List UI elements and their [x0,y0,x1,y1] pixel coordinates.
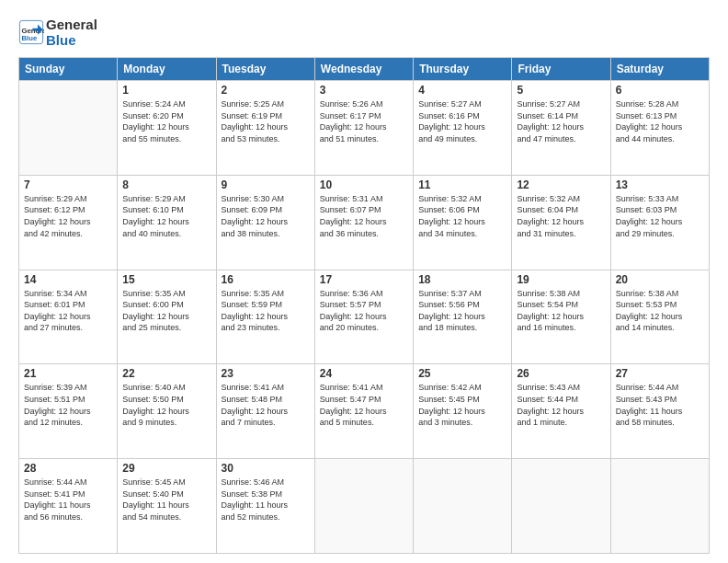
col-friday: Friday [512,58,610,81]
day-number: 22 [122,367,210,380]
calendar-cell [512,459,610,554]
day-number: 3 [320,84,408,97]
day-info: Sunrise: 5:44 AM Sunset: 5:43 PM Dayligh… [616,382,704,428]
day-number: 8 [122,178,210,191]
day-info: Sunrise: 5:30 AM Sunset: 6:09 PM Dayligh… [222,193,310,239]
logo-icon: General Blue [18,19,44,45]
calendar-cell: 26Sunrise: 5:43 AM Sunset: 5:44 PM Dayli… [512,364,610,459]
day-info: Sunrise: 5:26 AM Sunset: 6:17 PM Dayligh… [320,98,408,144]
calendar-cell: 17Sunrise: 5:36 AM Sunset: 5:57 PM Dayli… [314,270,413,364]
page: General Blue General Blue Sunday Monday … [0,0,728,563]
col-thursday: Thursday [414,58,512,81]
day-info: Sunrise: 5:41 AM Sunset: 5:47 PM Dayligh… [320,382,408,428]
calendar-cell: 22Sunrise: 5:40 AM Sunset: 5:50 PM Dayli… [118,364,216,459]
day-info: Sunrise: 5:35 AM Sunset: 6:00 PM Dayligh… [122,288,210,334]
calendar-cell: 5Sunrise: 5:27 AM Sunset: 6:14 PM Daylig… [512,81,610,176]
day-number: 30 [222,462,310,475]
day-number: 27 [616,367,704,380]
col-wednesday: Wednesday [314,58,413,81]
day-number: 23 [222,367,310,380]
calendar-week-row: 7Sunrise: 5:29 AM Sunset: 6:12 PM Daylig… [19,175,710,270]
calendar-cell: 6Sunrise: 5:28 AM Sunset: 6:13 PM Daylig… [610,81,709,176]
col-tuesday: Tuesday [216,58,314,81]
day-info: Sunrise: 5:46 AM Sunset: 5:38 PM Dayligh… [222,477,310,523]
calendar-week-row: 21Sunrise: 5:39 AM Sunset: 5:51 PM Dayli… [19,364,710,459]
day-number: 12 [517,178,605,191]
day-number: 7 [24,178,112,191]
day-number: 15 [122,273,210,286]
day-number: 9 [222,178,310,191]
calendar-cell: 2Sunrise: 5:25 AM Sunset: 6:19 PM Daylig… [216,81,314,176]
day-info: Sunrise: 5:38 AM Sunset: 5:53 PM Dayligh… [616,288,704,334]
calendar-cell: 11Sunrise: 5:32 AM Sunset: 6:06 PM Dayli… [414,175,512,270]
calendar-cell: 14Sunrise: 5:34 AM Sunset: 6:01 PM Dayli… [19,270,118,364]
day-info: Sunrise: 5:25 AM Sunset: 6:19 PM Dayligh… [222,98,310,144]
day-info: Sunrise: 5:29 AM Sunset: 6:10 PM Dayligh… [122,193,210,239]
day-number: 2 [222,84,310,97]
calendar-cell [19,81,118,176]
col-sunday: Sunday [19,58,118,81]
day-info: Sunrise: 5:33 AM Sunset: 6:03 PM Dayligh… [616,193,704,239]
calendar-cell: 4Sunrise: 5:27 AM Sunset: 6:16 PM Daylig… [414,81,512,176]
day-info: Sunrise: 5:42 AM Sunset: 5:45 PM Dayligh… [418,382,506,428]
day-info: Sunrise: 5:37 AM Sunset: 5:56 PM Dayligh… [418,288,506,334]
calendar-cell [610,459,709,554]
calendar-cell: 24Sunrise: 5:41 AM Sunset: 5:47 PM Dayli… [314,364,413,459]
calendar-cell: 16Sunrise: 5:35 AM Sunset: 5:59 PM Dayli… [216,270,314,364]
day-number: 5 [517,84,605,97]
day-number: 16 [222,273,310,286]
day-info: Sunrise: 5:39 AM Sunset: 5:51 PM Dayligh… [24,382,112,428]
day-info: Sunrise: 5:28 AM Sunset: 6:13 PM Dayligh… [616,98,704,144]
calendar-cell: 30Sunrise: 5:46 AM Sunset: 5:38 PM Dayli… [216,459,314,554]
svg-text:Blue: Blue [22,34,38,42]
calendar-cell: 20Sunrise: 5:38 AM Sunset: 5:53 PM Dayli… [610,270,709,364]
calendar-cell: 10Sunrise: 5:31 AM Sunset: 6:07 PM Dayli… [314,175,413,270]
day-number: 13 [616,178,704,191]
calendar-cell: 8Sunrise: 5:29 AM Sunset: 6:10 PM Daylig… [118,175,216,270]
calendar-week-row: 1Sunrise: 5:24 AM Sunset: 6:20 PM Daylig… [19,81,710,176]
calendar-cell: 13Sunrise: 5:33 AM Sunset: 6:03 PM Dayli… [610,175,709,270]
day-number: 20 [616,273,704,286]
day-info: Sunrise: 5:24 AM Sunset: 6:20 PM Dayligh… [122,98,210,144]
calendar-cell [314,459,413,554]
logo-text-block: General Blue [46,17,97,48]
day-info: Sunrise: 5:35 AM Sunset: 5:59 PM Dayligh… [222,288,310,334]
day-number: 6 [616,84,704,97]
calendar-cell: 1Sunrise: 5:24 AM Sunset: 6:20 PM Daylig… [118,81,216,176]
calendar-table: Sunday Monday Tuesday Wednesday Thursday… [18,57,710,554]
calendar-week-row: 14Sunrise: 5:34 AM Sunset: 6:01 PM Dayli… [19,270,710,364]
day-info: Sunrise: 5:41 AM Sunset: 5:48 PM Dayligh… [222,382,310,428]
day-number: 25 [418,367,506,380]
day-number: 11 [418,178,506,191]
day-number: 19 [517,273,605,286]
calendar-cell: 19Sunrise: 5:38 AM Sunset: 5:54 PM Dayli… [512,270,610,364]
col-monday: Monday [118,58,216,81]
day-number: 24 [320,367,408,380]
calendar-cell: 15Sunrise: 5:35 AM Sunset: 6:00 PM Dayli… [118,270,216,364]
calendar-cell: 21Sunrise: 5:39 AM Sunset: 5:51 PM Dayli… [19,364,118,459]
header: General Blue General Blue [18,17,710,48]
day-number: 14 [24,273,112,286]
calendar-cell: 29Sunrise: 5:45 AM Sunset: 5:40 PM Dayli… [118,459,216,554]
calendar-cell: 7Sunrise: 5:29 AM Sunset: 6:12 PM Daylig… [19,175,118,270]
calendar-week-row: 28Sunrise: 5:44 AM Sunset: 5:41 PM Dayli… [19,459,710,554]
day-info: Sunrise: 5:38 AM Sunset: 5:54 PM Dayligh… [517,288,605,334]
day-number: 17 [320,273,408,286]
day-info: Sunrise: 5:27 AM Sunset: 6:16 PM Dayligh… [418,98,506,144]
day-info: Sunrise: 5:32 AM Sunset: 6:04 PM Dayligh… [517,193,605,239]
logo: General Blue General Blue [18,17,97,48]
calendar-cell: 27Sunrise: 5:44 AM Sunset: 5:43 PM Dayli… [610,364,709,459]
day-info: Sunrise: 5:40 AM Sunset: 5:50 PM Dayligh… [122,382,210,428]
calendar-cell: 3Sunrise: 5:26 AM Sunset: 6:17 PM Daylig… [314,81,413,176]
day-number: 29 [122,462,210,475]
day-info: Sunrise: 5:44 AM Sunset: 5:41 PM Dayligh… [24,477,112,523]
day-info: Sunrise: 5:34 AM Sunset: 6:01 PM Dayligh… [24,288,112,334]
day-number: 4 [418,84,506,97]
day-number: 1 [122,84,210,97]
day-number: 18 [418,273,506,286]
calendar-cell [414,459,512,554]
day-info: Sunrise: 5:36 AM Sunset: 5:57 PM Dayligh… [320,288,408,334]
day-number: 26 [517,367,605,380]
day-info: Sunrise: 5:29 AM Sunset: 6:12 PM Dayligh… [24,193,112,239]
day-number: 21 [24,367,112,380]
